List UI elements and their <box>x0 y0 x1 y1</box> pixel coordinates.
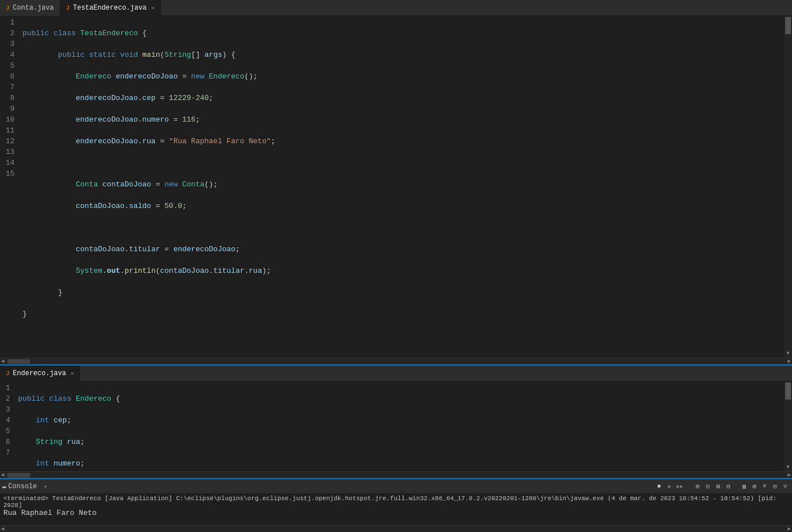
code-line-6: enderecoDoJoao.rua = "Rua Raphael Faro N… <box>23 136 784 147</box>
tab-endereco-close[interactable]: ✕ <box>71 370 74 377</box>
bottom-editor-section: J Endereco.java ✕ 1 2 3 4 5 6 7 public c… <box>0 364 792 478</box>
main-code-content: 1 2 3 4 5 6 7 8 9 10 11 12 13 14 15 publ… <box>0 16 784 358</box>
console-terminated-text: <terminated> TestaEndereco [Java Applica… <box>3 495 789 509</box>
toolbar-btn-3[interactable]: ✕✕ <box>675 482 684 491</box>
main-tab-bar: J Conta.java J TestaEndereco.java ✕ <box>0 0 792 16</box>
horiz-left-arrow[interactable]: ◀ <box>0 358 5 364</box>
toolbar-btn-11[interactable]: ⊟ <box>770 482 779 491</box>
bottom-scroll-down[interactable]: ▼ <box>784 463 792 471</box>
tab-testa[interactable]: J TestaEndereco.java ✕ <box>60 0 161 16</box>
bottom-code-lines: public class Endereco { int cep; String … <box>16 381 784 471</box>
bottom-vertical-scrollbar[interactable]: ▲ ▼ <box>784 381 792 471</box>
java-file-icon: J <box>6 5 10 11</box>
bottom-scroll-thumb[interactable] <box>785 383 791 400</box>
code-line-2: public static void main(String[] args) { <box>23 49 784 60</box>
toolbar-btn-10[interactable]: ≡ <box>760 482 769 491</box>
bottom-editor-wrapper: 1 2 3 4 5 6 7 public class Endereco { in… <box>0 381 792 471</box>
code-line-9: contaDoJoao.saldo = 50.0; <box>23 201 784 211</box>
toolbar-btn-5[interactable]: ⊡ <box>703 482 712 491</box>
code-line-8: Conta contaDoJoao = new Conta(); <box>23 179 784 190</box>
console-tab[interactable]: ▬ Console <box>2 483 37 491</box>
bottom-horiz-right[interactable]: ▶ <box>787 472 792 478</box>
toolbar-btn-6[interactable]: ⊠ <box>714 482 723 491</box>
bottom-line-numbers: 1 2 3 4 5 6 7 <box>0 381 16 471</box>
console-close[interactable]: ✕ <box>44 483 47 490</box>
console-tab-label: Console <box>9 483 37 491</box>
console-toolbar: ■ ✕ ✕✕ ⊞ ⊡ ⊠ ⊟ ▧ ⊞ ≡ ⊟ ▽ <box>654 482 790 491</box>
tab-conta[interactable]: J Conta.java <box>0 0 60 16</box>
toolbar-btn-1[interactable]: ■ <box>654 482 664 491</box>
code-line-10 <box>23 222 784 233</box>
main-line-numbers: 1 2 3 4 5 6 7 8 9 10 11 12 13 14 15 <box>0 16 20 358</box>
console-content: <terminated> TestaEndereco [Java Applica… <box>0 494 792 525</box>
main-code-lines: public class TestaEndereco { public stat… <box>20 16 784 358</box>
console-output-text: Rua Raphael Faro Neto <box>3 509 789 517</box>
code-line-7 <box>23 157 784 168</box>
console-horiz-left[interactable]: ◀ <box>0 526 5 532</box>
code-line-5: enderecoDoJoao.numero = 116; <box>23 114 784 125</box>
b-code-line-4: int numero; <box>18 458 784 469</box>
scroll-thumb[interactable] <box>785 17 791 34</box>
horiz-right-arrow[interactable]: ▶ <box>787 358 792 364</box>
tab-conta-label: Conta.java <box>13 4 54 12</box>
toolbar-btn-4[interactable]: ⊞ <box>693 482 702 491</box>
toolbar-btn-7[interactable]: ⊟ <box>724 482 733 491</box>
main-horizontal-scrollbar[interactable]: ◀ ▶ <box>0 358 792 364</box>
toolbar-btn-9[interactable]: ⊞ <box>750 482 759 491</box>
tab-endereco[interactable]: J Endereco.java ✕ <box>0 365 80 381</box>
code-line-15 <box>23 330 784 341</box>
bottom-code-content: 1 2 3 4 5 6 7 public class Endereco { in… <box>0 381 784 471</box>
b-code-line-1: public class Endereco { <box>18 393 784 404</box>
horiz-scroll-thumb <box>7 359 30 364</box>
main-vertical-scrollbar[interactable]: ▲ ▼ <box>784 16 792 358</box>
java-file-icon-3: J <box>6 370 10 377</box>
toolbar-btn-12[interactable]: ▽ <box>781 482 790 491</box>
console-section: ▬ Console ✕ ■ ✕ ✕✕ ⊞ ⊡ ⊠ ⊟ ▧ ⊞ ≡ ⊟ ▽ <te… <box>0 478 792 532</box>
main-code-area[interactable]: 1 2 3 4 5 6 7 8 9 10 11 12 13 14 15 publ… <box>0 16 784 358</box>
bottom-horizontal-scrollbar[interactable]: ◀ ▶ <box>0 471 792 478</box>
console-tab-bar: ▬ Console ✕ ■ ✕ ✕✕ ⊞ ⊡ ⊠ ⊟ ▧ ⊞ ≡ ⊟ ▽ <box>0 479 792 494</box>
java-file-icon-2: J <box>66 5 70 11</box>
code-line-11: contaDoJoao.titular = enderecoDoJoao; <box>23 244 784 255</box>
code-line-3: Endereco enderecoDoJoao = new Endereco()… <box>23 71 784 82</box>
b-code-line-3: String rua; <box>18 437 784 447</box>
console-icon: ▬ <box>2 483 6 490</box>
code-line-4: enderecoDoJoao.cep = 12229-240; <box>23 93 784 103</box>
toolbar-btn-2[interactable]: ✕ <box>665 482 674 491</box>
toolbar-btn-8[interactable]: ▧ <box>740 482 749 491</box>
code-line-1: public class TestaEndereco { <box>23 28 784 39</box>
tab-testa-close[interactable]: ✕ <box>151 5 155 11</box>
b-code-line-2: int cep; <box>18 415 784 426</box>
code-line-14: } <box>23 309 784 319</box>
tab-endereco-label: Endereco.java <box>13 369 67 377</box>
bottom-horiz-left[interactable]: ◀ <box>0 472 5 478</box>
console-horizontal-scrollbar[interactable]: ◀ ▶ <box>0 525 792 532</box>
main-editor-pane: 1 2 3 4 5 6 7 8 9 10 11 12 13 14 15 publ… <box>0 16 792 364</box>
bottom-code-area[interactable]: 1 2 3 4 5 6 7 public class Endereco { in… <box>0 381 784 471</box>
code-line-12: System.out.println(contaDoJoao.titular.r… <box>23 265 784 276</box>
tab-testa-label: TestaEndereco.java <box>73 4 147 12</box>
code-line-13: } <box>23 287 784 298</box>
main-editor-wrapper: 1 2 3 4 5 6 7 8 9 10 11 12 13 14 15 publ… <box>0 16 792 358</box>
console-horiz-right[interactable]: ▶ <box>787 526 792 532</box>
bottom-tab-bar: J Endereco.java ✕ <box>0 365 792 381</box>
scroll-down-arrow[interactable]: ▼ <box>784 350 792 358</box>
bottom-horiz-thumb <box>7 473 30 477</box>
